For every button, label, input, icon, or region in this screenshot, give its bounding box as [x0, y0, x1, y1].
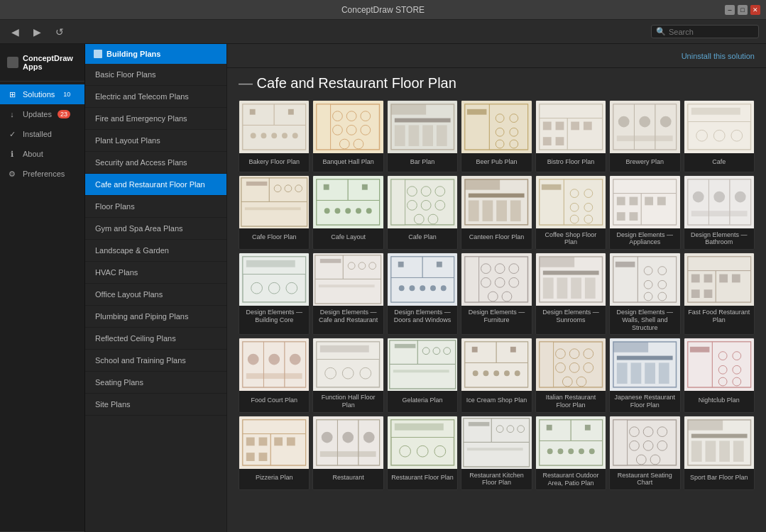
sec-nav-plumbing[interactable]: Plumbing and Piping Plans [85, 306, 226, 328]
grid-label: Brewery Plan [610, 153, 679, 172]
sec-nav-hvac[interactable]: HVAC Plans [85, 262, 226, 284]
grid-item[interactable]: Gelateria Plan [387, 338, 458, 412]
svg-rect-244 [689, 347, 709, 353]
grid-item[interactable]: Design Elements — Furniture [461, 253, 532, 335]
svg-point-221 [515, 371, 520, 377]
minimize-button[interactable]: – [725, 5, 735, 15]
svg-rect-136 [315, 279, 381, 304]
grid-item[interactable]: Design Elements — Bathroom [684, 175, 755, 250]
grid-item[interactable]: Restaurant Floor Plan [387, 416, 458, 490]
svg-rect-308 [691, 440, 701, 462]
grid-item[interactable]: Cafe Floor Plan [239, 175, 310, 250]
floor-plan-svg [684, 416, 754, 469]
close-button[interactable]: ✕ [750, 5, 760, 15]
grid-item[interactable]: Japanese Restaurant Floor Plan [609, 338, 680, 412]
grid-item[interactable]: Design Elements — Sunrooms [535, 253, 606, 335]
floor-plan-svg [536, 338, 606, 391]
grid-item[interactable]: Function Hall Floor Plan [312, 338, 383, 412]
refresh-button[interactable]: ↺ [51, 23, 68, 40]
grid-thumb [536, 338, 606, 391]
grid-item[interactable]: Restaurant [312, 416, 383, 490]
floor-plan-svg [461, 253, 531, 306]
grid-item[interactable]: Design Elements — Walls, Shell and Struc… [609, 253, 680, 335]
sec-nav-electric[interactable]: Electric and Telecom Plans [85, 86, 226, 108]
sec-nav-gym[interactable]: Gym and Spa Area Plans [85, 218, 226, 240]
grid-item[interactable]: Sport Bar Floor Plan [684, 416, 755, 490]
uninstall-link[interactable]: Uninstall this solution [682, 52, 755, 60]
grid-item[interactable]: Restaurant Outdoor Area, Patio Plan [535, 416, 606, 490]
grid-item[interactable]: Coffee Shop Floor Plan [535, 175, 606, 250]
svg-rect-307 [691, 433, 747, 438]
sidebar-item-installed[interactable]: ✓ Installed [0, 124, 84, 144]
svg-rect-167 [557, 278, 567, 299]
grid-item[interactable]: Banquet Hall Plan [312, 100, 383, 172]
grid-item[interactable]: Fast Food Restaurant Plan [684, 253, 755, 335]
grid-item[interactable]: Design Elements — Cafe and Restaurant [312, 253, 383, 335]
grid-item[interactable]: Cafe Layout [312, 175, 383, 250]
grid-item[interactable]: Design Elements — Building Core [239, 253, 310, 335]
svg-rect-132 [246, 260, 295, 267]
svg-rect-1 [243, 104, 274, 126]
sec-nav-plant[interactable]: Plant Layout Plans [85, 130, 226, 152]
grid-item[interactable]: Design Elements — Doors and Windows [387, 253, 458, 335]
grid-item[interactable]: Nightclub Plan [684, 338, 755, 412]
sec-nav-cafe[interactable]: Cafe and Restaurant Floor Plan [85, 174, 226, 196]
grid-item[interactable]: Beer Pub Plan [461, 100, 532, 172]
grid-item[interactable]: Restaurant Seating Chart [609, 416, 680, 490]
sec-nav-office[interactable]: Office Layout Plans [85, 284, 226, 306]
floor-plan-svg [610, 101, 679, 153]
svg-point-194 [248, 354, 259, 365]
sec-nav-landscape[interactable]: Landscape & Garden [85, 240, 226, 262]
svg-rect-214 [465, 342, 496, 363]
svg-rect-27 [437, 125, 447, 146]
grid-item[interactable]: Bistro Floor Plan [535, 100, 606, 172]
grid-item[interactable]: Ice Cream Shop Plan [461, 338, 532, 412]
grid-item[interactable]: Canteen Floor Plan [461, 175, 532, 250]
svg-rect-46 [543, 137, 552, 145]
grid-item[interactable]: Pizzeria Plan [239, 416, 310, 490]
grid-item[interactable]: Cafe Plan [387, 175, 458, 250]
svg-point-146 [399, 286, 405, 292]
updates-badge: 23 [58, 110, 70, 118]
sidebar-item-updates[interactable]: ↓ Updates 23 [0, 104, 84, 124]
grid-item[interactable]: Design Elements — Appliances [609, 175, 680, 250]
grid-item[interactable]: Cafe [684, 100, 755, 172]
grid-label: Design Elements — Furniture [461, 306, 531, 327]
grid-thumb [684, 253, 754, 306]
forward-button[interactable]: ▶ [29, 23, 45, 40]
sec-nav-basic[interactable]: Basic Floor Plans [85, 64, 226, 86]
maximize-button[interactable]: □ [738, 5, 748, 15]
search-input[interactable] [669, 28, 754, 36]
sidebar-app-title: ConceptDraw Apps [0, 50, 84, 75]
svg-point-195 [268, 354, 280, 365]
sec-nav-floor[interactable]: Floor Plans [85, 196, 226, 218]
grid-item[interactable]: Brewery Plan [609, 100, 680, 172]
sec-nav-seating[interactable]: Seating Plans [85, 372, 226, 394]
sec-nav-fire[interactable]: Fire and Emergency Plans [85, 108, 226, 130]
search-box: 🔍 [651, 25, 759, 38]
svg-point-125 [734, 191, 745, 202]
sec-nav-reflected[interactable]: Reflected Ceiling Plans [85, 328, 226, 350]
floor-plan-svg [610, 176, 679, 228]
sidebar-item-solutions[interactable]: ⊞ Solutions 10 [0, 84, 84, 104]
grid-thumb [461, 253, 531, 306]
grid-item[interactable]: Bakery Floor Plan [239, 100, 310, 172]
svg-rect-237 [617, 363, 628, 384]
floor-plan-svg [684, 101, 754, 153]
svg-rect-26 [422, 125, 433, 146]
sec-nav-site[interactable]: Site Plans [85, 394, 226, 416]
solutions-icon: ⊞ [7, 89, 17, 99]
grid-item[interactable]: Italian Restaurant Floor Plan [535, 338, 606, 412]
app-title-label: ConceptDraw Apps [23, 54, 77, 71]
sidebar-item-preferences[interactable]: ⚙ Preferences [0, 164, 84, 184]
grid-item[interactable]: Food Court Plan [239, 338, 310, 412]
svg-rect-65 [241, 201, 307, 226]
back-button[interactable]: ◀ [7, 23, 23, 40]
svg-point-290 [568, 448, 574, 454]
grid-item[interactable]: Restaurant Kitchen Floor Plan [461, 416, 532, 490]
grid-item[interactable]: Bar Plan [387, 100, 458, 172]
floor-plan-svg [388, 338, 457, 391]
sec-nav-security[interactable]: Security and Access Plans [85, 152, 226, 174]
sidebar-item-about[interactable]: ℹ About [0, 144, 84, 164]
sec-nav-school[interactable]: School and Training Plans [85, 350, 226, 372]
